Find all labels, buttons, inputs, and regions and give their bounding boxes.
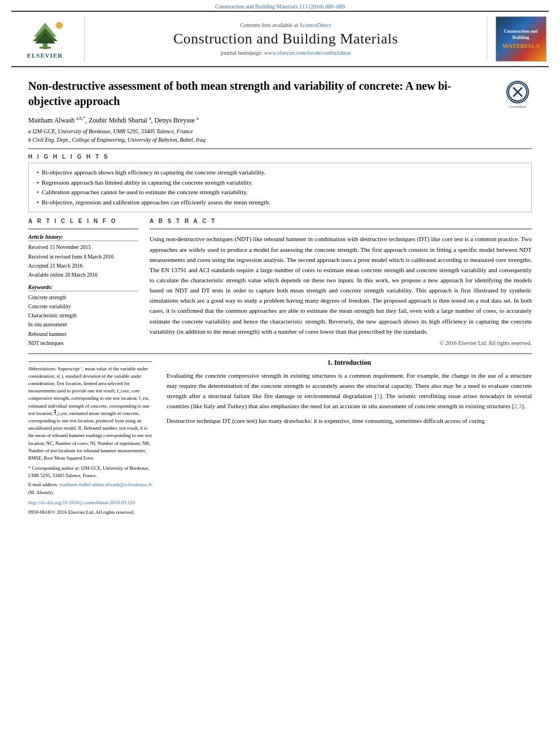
svg-rect-1 [40, 47, 51, 49]
keywords-block: Keywords: Concrete strength Concrete var… [28, 284, 138, 348]
keyword-1: Concrete strength [28, 293, 138, 302]
two-col-section: A R T I C L E I N F O Article history: R… [28, 218, 532, 347]
keyword-2: Concrete variability [28, 302, 138, 311]
available-text: Available online 28 March 2016 [28, 270, 138, 279]
page: Construction and Building Materials 113 … [0, 0, 560, 747]
highlight-item-1: • Bi-objective approach shows high effic… [37, 168, 523, 178]
affiliation-b: b Civil Eng. Dept., College of Engineeri… [28, 136, 532, 144]
email-link[interactable]: maitham-fadhil-abbas.alwash@u-bordeaux.f… [59, 482, 152, 487]
corresponding-author-block: * Corresponding author at: I2M-GCE, Univ… [28, 465, 152, 479]
doi-link[interactable]: http://dx.doi.org/10.1016/j.conbuildmat.… [28, 500, 135, 505]
keyword-5: Rebound hammer [28, 330, 138, 339]
footnote-sep [28, 361, 152, 362]
intro-heading: 1. Introduction [167, 359, 532, 367]
elsevier-logo-section: ELSEVIER [11, 16, 85, 62]
journal-homepage: journal homepage: www.elsevier.com/locat… [221, 50, 351, 56]
corresponding-text: * Corresponding author at: I2M-GCE, Univ… [28, 465, 150, 478]
elsevier-label: ELSEVIER [27, 52, 63, 59]
received-text: Received 15 November 2015 [28, 243, 138, 252]
email-label: E-mail address: [28, 482, 58, 487]
keyword-6: NDT techniques [28, 339, 138, 348]
footnotes-col: Abbreviations: Superscript ˉ, mean value… [28, 359, 152, 517]
issn-line: 0950-0618/© 2016 Elsevier Ltd. All right… [28, 509, 152, 517]
email-block: E-mail address: maitham-fadhil-abbas.alw… [28, 481, 152, 496]
main-content: Non-destructive assessment of both mean … [0, 67, 560, 522]
authors-line: Maitham Alwash a,b,*, Zoubir Mehdi Sbart… [28, 116, 532, 125]
history-heading: Article history: [28, 234, 138, 241]
crossmark-section: CrossMark [504, 81, 532, 109]
contents-line: Contents lists available at ScienceDirec… [240, 22, 331, 28]
journal-cover-section: Construction and Building MATERIALS [487, 16, 549, 62]
bottom-section: Abbreviations: Superscript ˉ, mean value… [28, 353, 532, 517]
journal-title: Construction and Building Materials [173, 30, 398, 47]
revised-text: Received in revised form 8 March 2016 [28, 252, 138, 261]
crossmark-label: CrossMark [509, 104, 526, 109]
ref-2-3[interactable]: 2,3 [514, 403, 522, 409]
bullet-3: • [37, 187, 39, 198]
article-info-label: A R T I C L E I N F O [28, 218, 138, 224]
article-title-section: Non-destructive assessment of both mean … [28, 73, 532, 112]
divider-1 [28, 148, 532, 149]
abstract-col: A B S T R A C T Using non-destructive te… [150, 218, 532, 347]
copyright-text: © 2016 Elsevier Ltd. All rights reserved… [150, 340, 532, 346]
elsevier-tree-icon [23, 20, 68, 51]
divider-2 [28, 229, 138, 229]
intro-paragraph-2: Destructive technique DT (core test) has… [167, 416, 532, 426]
affiliations: a I2M-GCE, University of Bordeaux, UMR 5… [28, 127, 532, 144]
sciencedirect-link[interactable]: ScienceDirect [299, 22, 331, 28]
highlight-item-2: • Regression approach has limited abilit… [37, 178, 523, 188]
divider-3 [150, 229, 532, 229]
intro-paragraph-1: Evaluating the concrete compressive stre… [167, 370, 532, 412]
abbreviations-block: Abbreviations: Superscript ˉ, mean value… [28, 365, 152, 462]
ref-1[interactable]: 1 [377, 392, 380, 399]
article-history-block: Article history: Received 15 November 20… [28, 234, 138, 279]
email-suffix: (M. Alwash). [28, 490, 54, 495]
journal-ref-text: Construction and Building Materials 113 … [215, 3, 345, 10]
abbreviations-text: Superscript ˉ, mean value of the variabl… [28, 366, 152, 461]
abstract-label: A B S T R A C T [150, 218, 532, 224]
highlights-label: H I G H L I G H T S [28, 154, 532, 160]
bullet-2: • [37, 178, 39, 188]
article-info-col: A R T I C L E I N F O Article history: R… [28, 218, 138, 347]
keyword-4: In situ assessment [28, 320, 138, 329]
highlight-item-3: • Calibration approaches cannot be used … [37, 187, 523, 198]
abstract-text: Using non-destructive techniques (NDT) l… [150, 234, 532, 336]
affiliation-a: a I2M-GCE, University of Bordeaux, UMR 5… [28, 127, 532, 136]
crossmark-icon [506, 81, 529, 103]
elsevier-logo: ELSEVIER [23, 20, 68, 59]
accepted-text: Accepted 21 March 2016 [28, 261, 138, 270]
highlight-item-4: • Bi-objective, regression and calibrati… [37, 198, 523, 208]
journal-reference-bar: Construction and Building Materials 113 … [0, 0, 560, 11]
crossmark-svg [508, 82, 528, 102]
introduction-col: 1. Introduction Evaluating the concrete … [167, 359, 532, 517]
doi-block: http://dx.doi.org/10.1016/j.conbuildmat.… [28, 499, 152, 507]
journal-cover-image: Construction and Building MATERIALS [496, 16, 546, 62]
cover-materials: MATERIALS [502, 42, 540, 49]
bullet-1: • [37, 168, 39, 178]
keywords-heading: Keywords: [28, 284, 138, 291]
journal-header: ELSEVIER Contents lists available at Sci… [11, 11, 549, 67]
homepage-link[interactable]: www.elsevier.com/locate/conbuildmat [264, 50, 351, 56]
highlights-section: H I G H L I G H T S • Bi-objective appro… [28, 154, 532, 212]
cover-title: Construction and Building [499, 29, 543, 41]
svg-point-5 [56, 22, 63, 29]
bullet-4: • [37, 198, 39, 208]
keyword-3: Characteristic strength [28, 311, 138, 320]
article-title: Non-destructive assessment of both mean … [28, 78, 504, 109]
journal-header-center: Contents lists available at ScienceDirec… [85, 16, 487, 62]
abbreviations-label: Abbreviations: [28, 366, 58, 372]
highlights-box: • Bi-objective approach shows high effic… [28, 163, 532, 212]
